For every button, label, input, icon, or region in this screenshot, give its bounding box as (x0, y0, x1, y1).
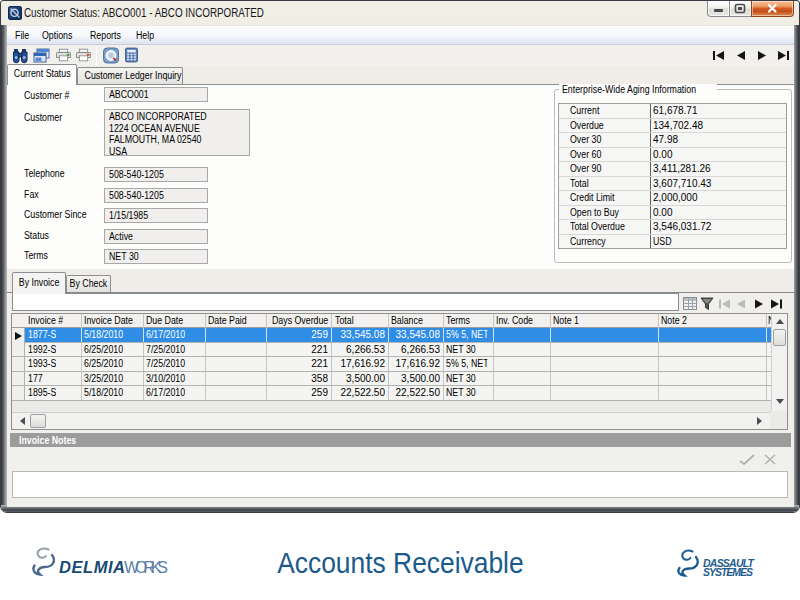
svg-text:DELMIA: DELMIA (59, 558, 125, 576)
svg-text:SYSTEMES: SYSTEMES (703, 566, 753, 578)
svg-text:WORKS: WORKS (124, 559, 168, 576)
